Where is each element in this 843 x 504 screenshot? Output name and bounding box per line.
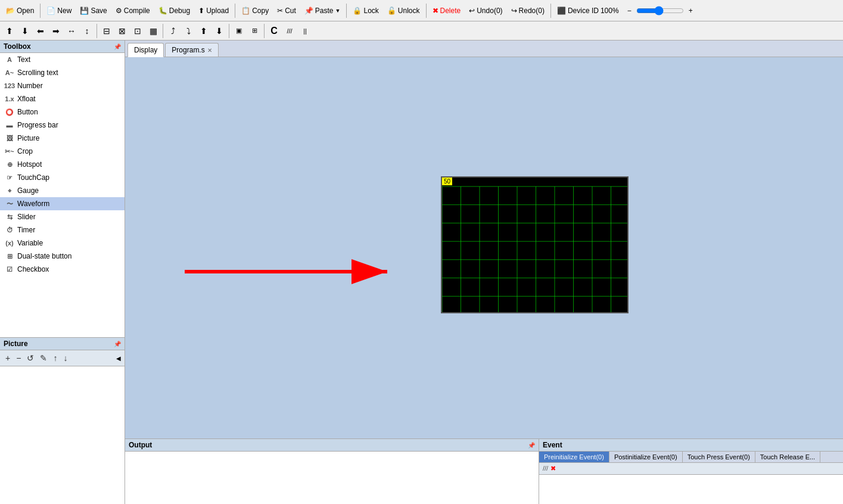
align-top-icon[interactable]: ⬆ bbox=[2, 24, 17, 38]
number-icon: 123 bbox=[5, 81, 14, 91]
pin-icon[interactable]: 📌 bbox=[528, 442, 535, 449]
dual-state-icon: ⊞ bbox=[5, 251, 14, 261]
toolbox-item-number[interactable]: 123Number bbox=[0, 79, 125, 92]
upload-button[interactable]: ⬆ Upload bbox=[195, 5, 232, 16]
delete-button[interactable]: ✖ Delete bbox=[429, 5, 465, 16]
align-left-icon[interactable]: ⬅ bbox=[33, 24, 48, 38]
pin-icon[interactable]: 📌 bbox=[114, 341, 121, 347]
toolbox-item-waveform[interactable]: 〜Waveform bbox=[0, 197, 125, 210]
unlock-icon: 🔓 bbox=[387, 7, 396, 15]
toolbox-item-touchcap[interactable]: ☞TouchCap bbox=[0, 171, 125, 184]
main-toolbar: 📂 Open 📄 New 💾 Save ⚙ Compile 🐛 Debug ⬆ … bbox=[0, 0, 843, 21]
toolbox-item-dual-state[interactable]: ⊞Dual-state button bbox=[0, 250, 125, 263]
output-content bbox=[125, 452, 539, 504]
group-icon[interactable]: ▣ bbox=[232, 24, 246, 38]
tab-postinit[interactable]: Postinitialize Event(0) bbox=[609, 452, 683, 462]
device-icon: ⬛ bbox=[557, 7, 566, 15]
icon-toolbar: ⬆ ⬇ ⬅ ➡ ↔ ↕ ⊟ ⊠ ⊡ ▦ ⤴ ⤵ ⬆ ⬇ ▣ ⊞ C /// || bbox=[0, 21, 843, 41]
move-down-picture-button[interactable]: ↓ bbox=[61, 353, 69, 363]
code-icon1[interactable]: /// bbox=[282, 24, 297, 38]
zoom-slider[interactable] bbox=[636, 6, 684, 15]
pin-icon[interactable]: ◀ bbox=[116, 355, 121, 362]
undo-button[interactable]: ↩ Undo(0) bbox=[465, 5, 506, 16]
device-id-button[interactable]: ⬛ Device ID 100% bbox=[553, 5, 623, 16]
slider-icon: ⇆ bbox=[5, 212, 14, 222]
toolbox-list: ATextA~Scrolling text123Number1.xXfloat⭕… bbox=[0, 53, 125, 337]
toolbox-panel: Toolbox 📌 ATextA~Scrolling text123Number… bbox=[0, 41, 125, 337]
pin-icon[interactable]: 📌 bbox=[114, 43, 121, 50]
new-button[interactable]: 📄 New bbox=[43, 5, 75, 16]
toolbox-item-scrolling-text[interactable]: A~Scrolling text bbox=[0, 66, 125, 79]
separator bbox=[229, 24, 229, 38]
arrow-container bbox=[185, 257, 399, 287]
toolbox-title: Toolbox bbox=[4, 42, 31, 51]
new-icon: 📄 bbox=[46, 7, 55, 15]
copy-button[interactable]: 📋 Copy bbox=[238, 5, 272, 16]
size-h-icon[interactable]: ⊡ bbox=[130, 24, 145, 38]
add-picture-button[interactable]: + bbox=[4, 353, 12, 363]
waveform-label: 50 bbox=[442, 178, 452, 185]
event-panel: Event Preinitialize Event(0) Postinitial… bbox=[539, 439, 843, 504]
toolbox-item-hotspot[interactable]: ⊕Hotspot bbox=[0, 158, 125, 171]
send-back-icon[interactable]: ⬇ bbox=[212, 24, 226, 38]
toolbox-item-slider[interactable]: ⇆Slider bbox=[0, 210, 125, 223]
toolbox-item-crop[interactable]: ✂~Crop bbox=[0, 145, 125, 158]
open-button[interactable]: 📂 Open bbox=[2, 5, 38, 16]
tab-touch-press[interactable]: Touch Press Event(0) bbox=[683, 452, 755, 462]
tab-touch-release[interactable]: Touch Release E... bbox=[755, 452, 820, 462]
tab-close-icon[interactable]: ✕ bbox=[207, 47, 212, 54]
tab-display[interactable]: Display bbox=[127, 43, 164, 57]
zoom-in-button[interactable]: + bbox=[685, 5, 696, 16]
code-delete-icon: ✖ bbox=[550, 465, 556, 472]
debug-button[interactable]: 🐛 Debug bbox=[155, 5, 194, 16]
toolbox-item-text[interactable]: AText bbox=[0, 53, 125, 66]
edit-picture-button[interactable]: ✎ bbox=[38, 353, 49, 363]
left-panel: Toolbox 📌 ATextA~Scrolling text123Number… bbox=[0, 41, 125, 504]
tabs-bar: Display Program.s ✕ bbox=[125, 41, 843, 57]
refresh-picture-button[interactable]: ↺ bbox=[25, 353, 36, 363]
cut-button[interactable]: ✂ Cut bbox=[273, 5, 300, 16]
cut-icon: ✂ bbox=[277, 7, 283, 15]
toolbox-item-variable[interactable]: (x)Variable bbox=[0, 237, 125, 250]
xfloat-icon: 1.x bbox=[5, 94, 14, 104]
move-front-icon[interactable]: ⤴ bbox=[166, 24, 180, 38]
touchcap-icon: ☞ bbox=[5, 173, 14, 182]
toolbox-item-gauge[interactable]: ⌖Gauge bbox=[0, 184, 125, 197]
compile-button[interactable]: ⚙ Compile bbox=[112, 5, 154, 16]
align-h-center-icon[interactable]: ↔ bbox=[64, 24, 79, 38]
toolbox-item-timer[interactable]: ⏱Timer bbox=[0, 223, 125, 237]
remove-picture-button[interactable]: − bbox=[14, 353, 23, 363]
align-right-icon[interactable]: ➡ bbox=[49, 24, 63, 38]
zoom-out-button[interactable]: − bbox=[624, 5, 635, 16]
save-button[interactable]: 💾 Save bbox=[76, 5, 110, 16]
align-v-center-icon[interactable]: ↕ bbox=[80, 24, 94, 38]
distribute-v-icon[interactable]: ⊠ bbox=[115, 24, 129, 38]
redo-button[interactable]: ↪ Redo(0) bbox=[508, 5, 548, 16]
lock-button[interactable]: 🔒 Lock bbox=[349, 5, 382, 16]
code-icon2[interactable]: || bbox=[298, 24, 312, 38]
scrolling-text-icon: A~ bbox=[5, 68, 14, 77]
move-back-icon[interactable]: ⤵ bbox=[181, 24, 195, 38]
zoom-out-icon: − bbox=[627, 7, 632, 15]
align-bottom-icon[interactable]: ⬇ bbox=[18, 24, 32, 38]
toolbox-item-progress-bar[interactable]: ▬Progress bar bbox=[0, 119, 125, 132]
save-icon: 💾 bbox=[80, 7, 89, 15]
tab-programs[interactable]: Program.s ✕ bbox=[165, 43, 218, 57]
toolbox-item-picture[interactable]: 🖼Picture bbox=[0, 132, 125, 145]
move-up-picture-button[interactable]: ↑ bbox=[51, 353, 59, 363]
tab-preinit[interactable]: Preinitialize Event(0) bbox=[539, 452, 609, 462]
distribute-h-icon[interactable]: ⊟ bbox=[99, 24, 114, 38]
size-v-icon[interactable]: ▦ bbox=[146, 24, 160, 38]
waveform-widget[interactable]: 50 bbox=[441, 176, 629, 313]
toolbox-item-xfloat[interactable]: 1.xXfloat bbox=[0, 92, 125, 105]
c-icon[interactable]: C bbox=[267, 24, 281, 38]
send-front-icon[interactable]: ⬆ bbox=[197, 24, 211, 38]
paste-button[interactable]: 📌 Paste ▼ bbox=[301, 5, 344, 16]
canvas-area[interactable]: 50 bbox=[125, 57, 843, 438]
event-tabs: Preinitialize Event(0) Postinitialize Ev… bbox=[539, 452, 843, 463]
unlock-button[interactable]: 🔓 Unlock bbox=[384, 5, 424, 16]
toolbox-item-button[interactable]: ⭕Button bbox=[0, 105, 125, 119]
toolbox-item-checkbox[interactable]: ☑Checkbox bbox=[0, 263, 125, 276]
ungroup-icon[interactable]: ⊞ bbox=[247, 24, 262, 38]
event-content bbox=[539, 475, 843, 504]
